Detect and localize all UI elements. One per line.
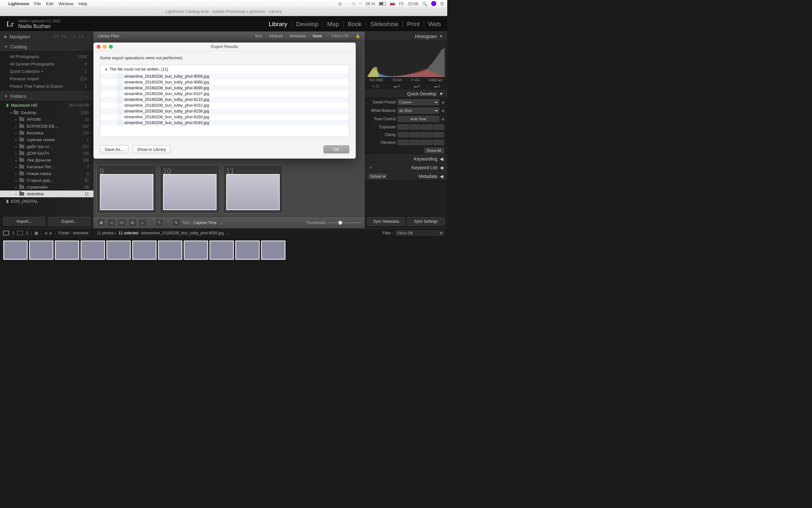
module-map[interactable]: Map (323, 20, 344, 28)
metadata-head[interactable]: DefaultMetadata ◀ (365, 172, 447, 180)
histogram-head[interactable]: Histogram ▼ (365, 32, 447, 41)
folder-row[interactable]: ▸дабл три от…213 (0, 143, 93, 150)
filmstrip-thumb[interactable] (132, 241, 156, 260)
folder-row[interactable]: ▸Новая папка0 (0, 170, 93, 177)
grid-cell[interactable]: 10 (160, 165, 220, 213)
folder-row[interactable]: ▸Лев Деньгов166 (0, 157, 93, 163)
fs-path[interactable]: Folder : stremline (59, 231, 89, 235)
module-develop[interactable]: Develop (292, 20, 323, 28)
sync-metadata-button[interactable]: Sync Metadata (367, 217, 405, 226)
catalog-item[interactable]: Previous Import213 (0, 75, 93, 83)
sync-settings-button[interactable]: Sync Settings (407, 217, 445, 226)
file-row[interactable]: ▫streamline_20180208_bun_tutby_phsl-9115… (100, 97, 349, 102)
file-row[interactable]: ▫streamline_20180208_bun_tutby_phsl-9193… (100, 120, 349, 126)
wb-select[interactable]: As Shot (398, 108, 439, 114)
nav-menu-icon[interactable]: ⌄ (86, 35, 89, 39)
filmstrip-thumb[interactable] (3, 241, 28, 260)
notifications-icon[interactable]: ☰ (440, 1, 444, 6)
folders-disclosure-icon[interactable]: ▼ (4, 94, 8, 98)
folders-minus[interactable]: − (81, 94, 83, 99)
compare-view-icon[interactable]: XY (118, 219, 126, 226)
tri-icon[interactable]: ▸ (15, 145, 19, 148)
filters-off[interactable]: Filters Off (331, 34, 348, 38)
module-slideshow[interactable]: Slideshow (366, 20, 403, 28)
nav-1to2[interactable]: 1:2 (79, 35, 84, 39)
file-row[interactable]: ▫streamline_20180208_bun_tutby_phsl-9090… (100, 85, 349, 91)
filmstrip-thumb[interactable] (235, 241, 260, 260)
saved-preset-select[interactable]: Custom (398, 99, 439, 105)
menu-help[interactable]: Help (79, 1, 87, 6)
qd-arrow-icon2[interactable]: ◀ (441, 108, 444, 113)
filter-meta[interactable]: Metadata (286, 34, 309, 38)
catalog-item[interactable]: Quick Collection +1 (0, 68, 93, 75)
nav-1to1[interactable]: 1:1 (71, 35, 76, 39)
menu-file[interactable]: File (34, 1, 41, 6)
metadata-preset[interactable]: Default (369, 174, 387, 179)
folder-row[interactable]: ▸ДОМ БЫТА155 (0, 150, 93, 157)
auto-tone-button[interactable]: Auto Tone (398, 116, 439, 122)
siri-icon[interactable] (431, 1, 436, 6)
export-button[interactable]: Export... (48, 217, 90, 226)
catalog-item[interactable]: All Synced Photographs0 (0, 60, 93, 68)
keyword-list-head[interactable]: ＋Keyword List ◀ (365, 163, 447, 172)
grid-cell[interactable]: 9 (97, 165, 156, 213)
filter-text[interactable]: Text (251, 34, 265, 38)
disclosure-triangle-icon[interactable]: ▼ (105, 68, 107, 71)
folder-row[interactable]: ▸Старые дор…97 (0, 177, 93, 184)
grid-cell[interactable]: 11 (223, 165, 283, 213)
menu-window[interactable]: Window (59, 1, 74, 6)
cc-icon[interactable]: ◎ (338, 1, 342, 6)
folder-row[interactable]: ▸stremline11 (0, 190, 93, 197)
filmstrip-thumb[interactable] (261, 241, 285, 260)
reset-all-button[interactable]: Reset All (424, 147, 444, 154)
filmstrip-thumb[interactable] (158, 241, 182, 260)
spotlight-icon[interactable]: 🔍 (422, 1, 427, 6)
filter-none[interactable]: None (309, 34, 325, 38)
catalog-head[interactable]: ▼ Catalog (0, 42, 93, 52)
fs-filter-select[interactable]: Filters Off (396, 230, 444, 236)
grid-icon-small[interactable]: ▦ (35, 231, 38, 235)
folder-row[interactable]: ▸горячая линия1 (0, 136, 93, 143)
catalog-item[interactable]: All Photographs1300 (0, 53, 93, 60)
clarity-stepper[interactable] (398, 132, 444, 137)
import-button[interactable]: Import... (3, 217, 45, 226)
dropbox-icon[interactable]: ⬪ (346, 1, 348, 6)
tri-icon[interactable]: ▸ (15, 193, 19, 196)
survey-view-icon[interactable]: ⊞ (129, 219, 136, 226)
tri-icon[interactable]: ▸ (15, 138, 19, 141)
folder-row[interactable]: ▸БОРИСОВ ЕВ…262 (0, 123, 93, 130)
monitor-1-icon[interactable] (3, 231, 9, 235)
file-group-header[interactable]: ▼The file could not be written. (11) (100, 65, 349, 74)
tri-icon[interactable]: ▸ (15, 125, 19, 128)
menu-edit[interactable]: Edit (46, 1, 53, 6)
painter-icon[interactable]: ✎ (155, 219, 163, 226)
tri-icon[interactable]: ▸ (15, 165, 19, 169)
folder-row[interactable]: ▸стримлайн88 (0, 184, 93, 190)
monitor-2-icon[interactable] (17, 231, 23, 235)
tri-icon[interactable]: ▸ (15, 118, 19, 121)
histogram-disclosure-icon[interactable]: ▼ (440, 35, 443, 38)
folder-row[interactable]: ▸АРХИВ10 (0, 116, 93, 123)
nav-fit[interactable]: FIT (53, 35, 59, 39)
folders-head[interactable]: ▼ Folders −＋ (0, 91, 93, 101)
filter-menu-icon[interactable]: ⌄ (350, 34, 353, 38)
filmstrip-thumb[interactable] (29, 241, 53, 260)
nav-disclosure-icon[interactable]: ▶ (4, 35, 7, 38)
folder-row[interactable]: ▸Наталья Пет…7 (0, 163, 93, 170)
flag-icon[interactable] (390, 2, 395, 5)
ok-button[interactable]: OK (323, 145, 349, 154)
filmstrip-thumb[interactable] (106, 241, 131, 260)
keywording-head[interactable]: Keywording ◀ (365, 155, 447, 163)
people-view-icon[interactable]: ☺ (139, 219, 147, 226)
sort-value[interactable]: Capture Time (193, 220, 217, 225)
catalog-disclosure-icon[interactable]: ▼ (4, 45, 8, 48)
tri-icon[interactable]: ▸ (15, 179, 19, 182)
volume-row[interactable]: Macintosh HD 20.5 / 121 GB (0, 101, 93, 109)
bluetooth-icon[interactable]: ✲ (352, 1, 355, 6)
folders-plus[interactable]: ＋ (85, 94, 89, 99)
file-row[interactable]: ▫streamline_20180208_bun_tutby_phsl-9058… (100, 74, 349, 79)
nav-back-icon[interactable]: ◀ (44, 231, 47, 235)
qd-arrow-icon3[interactable]: ◀ (441, 117, 444, 121)
tri-icon[interactable]: ▸ (15, 131, 19, 135)
loupe-view-icon[interactable]: ▭ (107, 219, 116, 226)
